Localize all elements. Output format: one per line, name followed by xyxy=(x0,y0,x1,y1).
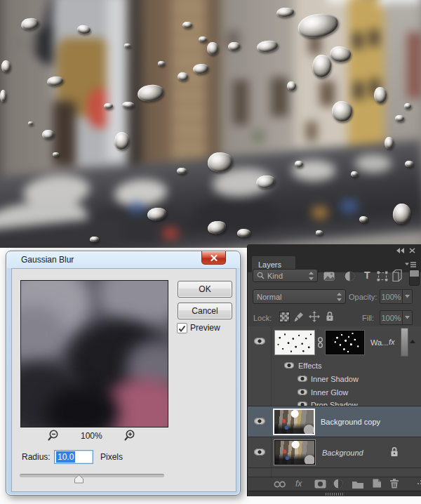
water-droplet xyxy=(20,17,39,31)
visibility-eye-icon[interactable] xyxy=(254,418,265,425)
layer-name: Wa... xyxy=(370,338,388,347)
cancel-button[interactable]: Cancel xyxy=(178,303,232,319)
lock-transparency-icon[interactable] xyxy=(279,312,290,322)
visibility-eye-icon[interactable] xyxy=(254,338,265,345)
water-droplet xyxy=(137,84,165,103)
panel-resize-grip[interactable] xyxy=(417,483,419,484)
radius-slider-track[interactable] xyxy=(20,474,164,477)
visibility-eye-icon[interactable] xyxy=(254,449,265,456)
radius-input[interactable]: 10.0 xyxy=(54,450,93,464)
lock-pixels-brush-icon[interactable] xyxy=(293,311,305,324)
opacity-value: 100% xyxy=(380,293,402,301)
panel-menu-icon[interactable] xyxy=(405,261,417,268)
delete-layer-button[interactable] xyxy=(389,478,399,490)
effects-eye-icon[interactable] xyxy=(284,362,294,369)
new-layer-icon xyxy=(371,478,382,489)
lock-all-icon[interactable] xyxy=(326,311,334,323)
filter-adjustment-layers-button[interactable] xyxy=(345,271,355,283)
layer-thumbnail-selected[interactable] xyxy=(273,409,315,435)
zoom-level: 100% xyxy=(81,431,102,441)
layer-list: Wa... fx Effects Inner Shadow Inner Glow… xyxy=(248,326,421,477)
effect-row-inner-shadow[interactable]: Inner Shadow xyxy=(248,372,421,385)
panel-drag-handle[interactable] xyxy=(326,493,344,496)
water-droplet xyxy=(287,81,296,91)
close-button[interactable] xyxy=(201,251,226,265)
layer-thumbnail[interactable] xyxy=(274,440,315,465)
fill-field[interactable]: 100% xyxy=(380,310,413,325)
layer-row-background[interactable]: Background xyxy=(248,437,421,467)
water-droplet xyxy=(207,152,233,173)
effects-header-row[interactable]: Effects xyxy=(248,359,421,372)
link-layers-button[interactable] xyxy=(273,481,287,489)
layer-style-button[interactable]: fx xyxy=(295,479,302,489)
water-droplet xyxy=(1,60,11,72)
water-droplet xyxy=(351,171,358,177)
updown-arrows-icon xyxy=(309,272,314,280)
filter-smart-objects-button[interactable] xyxy=(392,270,402,283)
water-droplet xyxy=(46,76,63,86)
effect-eye-icon[interactable] xyxy=(298,376,307,382)
scrollbar-thumb[interactable] xyxy=(401,328,408,357)
opacity-field[interactable]: 100% xyxy=(380,289,413,304)
search-icon xyxy=(257,272,265,279)
water-droplet xyxy=(207,220,227,234)
water-droplet xyxy=(28,121,33,125)
layer-row-water-drops[interactable]: Wa... fx xyxy=(248,326,421,359)
water-droplet xyxy=(158,61,165,66)
filter-kind-label: Kind xyxy=(267,272,309,280)
blur-preview[interactable] xyxy=(20,280,168,427)
type-icon: T xyxy=(364,270,370,281)
radius-slider-thumb[interactable] xyxy=(74,475,84,484)
new-layer-button[interactable] xyxy=(371,478,382,490)
effect-eye-icon[interactable] xyxy=(298,389,307,395)
smart-object-icon xyxy=(392,270,402,281)
panel-header xyxy=(248,244,421,256)
water-droplet xyxy=(90,237,99,242)
close-panel-icon[interactable] xyxy=(409,248,415,253)
collapse-panel-icon[interactable] xyxy=(396,248,405,253)
mask-link-icon[interactable] xyxy=(317,337,323,348)
filter-pixel-layers-button[interactable] xyxy=(323,272,335,282)
effect-name: Inner Glow xyxy=(311,388,348,397)
layer-thumbnail[interactable] xyxy=(274,330,315,355)
filter-toggle-switch[interactable] xyxy=(409,270,420,286)
fx-badge: fx xyxy=(389,338,395,346)
tab-layers-label: Layers xyxy=(258,260,281,269)
opacity-dropdown-arrow[interactable] xyxy=(402,290,412,303)
filter-type-layers-button[interactable]: T xyxy=(364,270,370,281)
collapse-effects-arrow[interactable] xyxy=(410,340,415,343)
padlock-icon xyxy=(326,311,334,321)
shape-icon xyxy=(377,271,388,281)
water-droplet xyxy=(359,216,368,223)
water-droplet xyxy=(192,63,208,74)
lock-position-move-icon[interactable] xyxy=(309,311,320,324)
fill-dropdown-arrow[interactable] xyxy=(402,311,412,324)
add-layer-mask-button[interactable] xyxy=(314,479,326,490)
folder-icon xyxy=(352,479,364,489)
layer-mask-thumbnail[interactable] xyxy=(325,330,365,355)
zoom-in-button[interactable] xyxy=(123,429,136,442)
new-adjustment-layer-button[interactable] xyxy=(333,479,343,490)
new-group-button[interactable] xyxy=(352,479,364,490)
layer-row-background-copy[interactable]: Background copy xyxy=(248,406,421,437)
preview-checkbox[interactable] xyxy=(177,323,187,333)
water-droplet xyxy=(177,168,187,174)
radius-label: Radius: xyxy=(22,452,51,462)
brush-icon xyxy=(293,311,305,322)
layer-lock-icon xyxy=(390,446,399,457)
lock-label: Lock: xyxy=(253,314,272,322)
move-icon xyxy=(309,311,320,322)
water-droplets-layer xyxy=(0,0,421,248)
gaussian-blur-dialog: Gaussian Blur OK Cancel Preview xyxy=(6,251,241,496)
ok-button[interactable]: OK xyxy=(178,281,232,298)
filter-shape-layers-button[interactable] xyxy=(377,271,388,283)
updown-arrows-icon xyxy=(337,293,342,301)
blend-mode-dropdown[interactable]: Normal xyxy=(253,289,346,304)
zoom-out-button[interactable] xyxy=(47,429,60,442)
filter-kind-dropdown[interactable]: Kind xyxy=(253,269,318,282)
dialog-content: OK Cancel Preview 100% xyxy=(11,268,236,492)
effect-row-inner-glow[interactable]: Inner Glow xyxy=(248,385,421,399)
trash-icon xyxy=(389,478,399,489)
blend-mode-value: Normal xyxy=(257,293,337,301)
water-droplet xyxy=(76,25,91,34)
